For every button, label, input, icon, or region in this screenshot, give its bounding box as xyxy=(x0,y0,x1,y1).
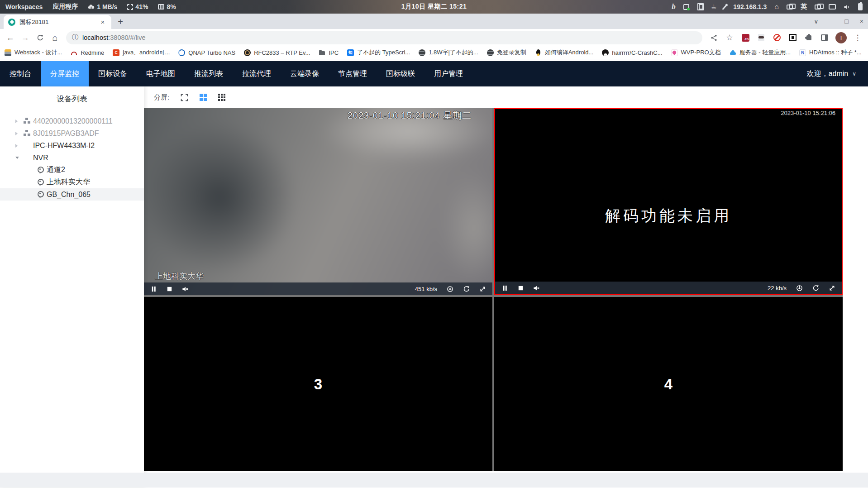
nav-item[interactable]: 拉流代理 xyxy=(233,61,281,86)
forward-button[interactable]: → xyxy=(19,31,32,44)
bookmark-item[interactable]: 如何编译Android... xyxy=(535,48,594,57)
bookmark-item[interactable]: WVP-PRO文档 xyxy=(671,48,721,57)
window-minimize-button[interactable]: – xyxy=(830,18,834,25)
cpu-usage-indicator[interactable]: 41% xyxy=(127,3,148,10)
stop-button[interactable] xyxy=(517,285,524,292)
extensions-puzzle-icon[interactable] xyxy=(804,33,814,43)
bookmarks-bar: Webstack - 设计... Redmine java、android可..… xyxy=(0,46,868,59)
bookmark-item[interactable]: 1.8W字|了不起的... xyxy=(419,48,478,57)
js-extension-icon[interactable]: JS xyxy=(740,33,750,43)
bing-tray-icon[interactable]: b xyxy=(672,2,676,11)
pipette-tray-icon[interactable] xyxy=(722,4,728,10)
clipboard-tray-icon[interactable] xyxy=(699,4,703,10)
video-cell-1[interactable]: 2023-01-10 15:21:04 星期二 上地科实大华 451 kb/s xyxy=(144,108,492,295)
blocker-extension-icon[interactable] xyxy=(772,33,782,43)
share-icon[interactable] xyxy=(709,33,719,43)
grid-3x3-button[interactable] xyxy=(218,94,225,101)
video-cell-2[interactable]: 2023-01-10 15:21:06 解码功能未启用 22 kb/s xyxy=(494,108,843,295)
nav-item[interactable]: 分屏监控 xyxy=(41,61,89,86)
tree-item[interactable]: NVR xyxy=(0,152,144,164)
url-field[interactable]: ⓘ localhost:38080/#/live xyxy=(66,31,702,44)
tree-item[interactable]: 上地科实大华 xyxy=(0,176,144,188)
window-maximize-button[interactable]: □ xyxy=(844,18,848,25)
frame-extension-icon[interactable] xyxy=(788,33,798,43)
nav-item[interactable]: 节点管理 xyxy=(329,61,377,86)
fullscreen-button[interactable] xyxy=(479,286,486,292)
bookmark-item[interactable]: QNAP Turbo NAS xyxy=(178,49,235,56)
site-info-icon[interactable]: ⓘ xyxy=(72,33,78,42)
refresh-button[interactable] xyxy=(463,286,470,292)
bookmark-item[interactable]: 免登录复制 xyxy=(487,48,526,57)
home-tray-icon[interactable]: ⌂ xyxy=(774,3,779,11)
bookmark-item[interactable]: RFC2833 – RTP Ev... xyxy=(244,49,310,56)
grid-2x2-button[interactable] xyxy=(200,94,207,101)
expand-arrow-icon[interactable] xyxy=(15,132,23,135)
bookmark-item[interactable]: 了不起的 TypeScri... xyxy=(347,48,410,57)
nav-item[interactable]: 推流列表 xyxy=(185,61,233,86)
applications-menu[interactable]: 应用程序 xyxy=(52,3,78,11)
expand-arrow-icon[interactable] xyxy=(15,144,23,148)
workspaces-button[interactable]: Workspaces xyxy=(5,3,43,10)
clock[interactable]: 1月10日 星期二 15:21 xyxy=(401,3,467,11)
tab-favicon xyxy=(8,19,15,26)
tree-item[interactable]: 通道2 xyxy=(0,164,144,176)
nav-item[interactable]: 国标设备 xyxy=(89,61,137,86)
bookmark-item[interactable]: 服务器 - 轻量应用... xyxy=(730,48,791,57)
input-method-indicator[interactable]: 英 xyxy=(801,3,807,11)
home-button[interactable]: ⌂ xyxy=(48,31,62,44)
settings-button[interactable] xyxy=(796,285,803,292)
bookmark-item[interactable]: java、android可... xyxy=(113,48,170,57)
new-tab-button[interactable]: + xyxy=(114,15,127,28)
bookmark-item[interactable]: HDAtmos :: 种子 *... xyxy=(799,48,862,57)
video-cell-4[interactable]: 4 xyxy=(494,297,843,471)
profile-avatar[interactable]: I xyxy=(835,32,847,43)
back-button[interactable]: ← xyxy=(4,31,17,44)
refresh-button[interactable] xyxy=(812,285,819,292)
mask-extension-icon[interactable] xyxy=(756,33,766,43)
bookmark-item[interactable]: Webstack - 设计... xyxy=(5,48,62,57)
pause-button[interactable] xyxy=(150,286,157,292)
display-icon[interactable] xyxy=(829,4,836,10)
mute-button[interactable] xyxy=(533,285,540,292)
nav-item[interactable]: 用户管理 xyxy=(424,61,472,86)
volume-icon[interactable] xyxy=(844,4,850,10)
bookmark-item[interactable]: IPC xyxy=(319,49,339,56)
settings-button[interactable] xyxy=(447,286,453,292)
bitrate-label: 451 kb/s xyxy=(415,286,437,292)
coffee-tray-icon[interactable]: ☕ xyxy=(711,3,717,10)
ip-address-indicator[interactable]: 192.168.1.3 xyxy=(733,3,767,10)
bookmark-star-icon[interactable]: ☆ xyxy=(725,33,734,43)
browser-menu-icon[interactable]: ⋮ xyxy=(853,33,863,43)
nav-item[interactable]: 国标级联 xyxy=(377,61,424,86)
nav-item[interactable]: 电子地图 xyxy=(137,61,185,86)
tab-close-icon[interactable]: × xyxy=(99,18,107,26)
tree-item[interactable]: GB_Chn_065 xyxy=(0,188,144,201)
memory-usage-indicator[interactable]: 8% xyxy=(158,3,176,10)
bookmark-favicon xyxy=(535,49,542,56)
tree-item[interactable]: IPC-HFW4433M-I2 xyxy=(0,139,144,152)
windows-tray-icon[interactable] xyxy=(787,5,793,10)
pause-button[interactable] xyxy=(501,285,508,292)
reload-button[interactable] xyxy=(33,31,47,44)
dual-screen-icon[interactable] xyxy=(815,5,821,10)
single-screen-button[interactable] xyxy=(181,94,188,101)
app-indicator-icon[interactable] xyxy=(683,4,689,10)
network-speed-indicator[interactable]: 1 MB/s xyxy=(88,3,117,10)
fullscreen-button[interactable] xyxy=(829,285,835,292)
tree-item[interactable]: 44020000013200000111 xyxy=(0,115,144,127)
mute-button[interactable] xyxy=(182,286,189,292)
browser-tab[interactable]: 国标28181 × xyxy=(4,15,111,29)
side-panel-icon[interactable] xyxy=(820,33,830,43)
nav-item[interactable]: 控制台 xyxy=(0,61,41,86)
bookmark-item[interactable]: hairrrrr/C-CrashC... xyxy=(602,49,662,56)
stop-button[interactable] xyxy=(166,286,173,292)
window-close-button[interactable]: × xyxy=(860,18,863,25)
nav-item[interactable]: 云端录像 xyxy=(281,61,329,86)
expand-arrow-icon[interactable] xyxy=(15,157,23,159)
video-cell-3[interactable]: 3 xyxy=(144,297,492,471)
tab-search-icon[interactable]: ∨ xyxy=(814,18,818,25)
user-menu[interactable]: 欢迎，admin ∨ xyxy=(807,69,856,79)
expand-arrow-icon[interactable] xyxy=(15,120,23,123)
bookmark-item[interactable]: Redmine xyxy=(71,49,104,56)
tree-item[interactable]: 8J01915PAGB3ADF xyxy=(0,127,144,139)
